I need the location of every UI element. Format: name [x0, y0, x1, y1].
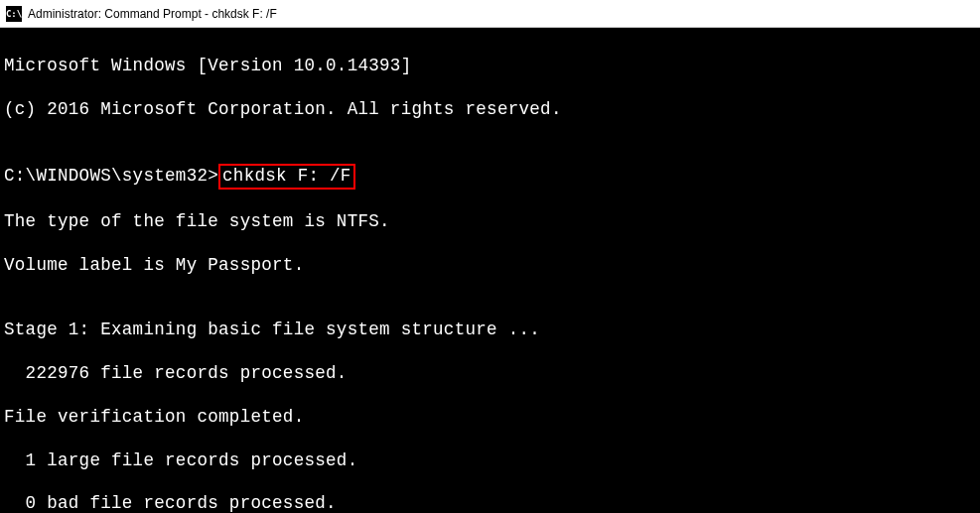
output-line: File verification completed. — [4, 407, 976, 429]
output-line: Stage 1: Examining basic file system str… — [4, 320, 976, 341]
output-line: 0 bad file records processed. — [4, 493, 976, 513]
output-line: The type of the file system is NTFS. — [4, 211, 976, 233]
output-line: Volume label is My Passport. — [4, 255, 976, 277]
cmd-icon: C:\ — [6, 6, 22, 22]
output-line: 1 large file records processed. — [4, 450, 976, 472]
output-line: (c) 2016 Microsoft Corporation. All righ… — [4, 99, 976, 121]
prompt-path: C:\WINDOWS\system32> — [4, 166, 218, 188]
window-title-bar[interactable]: C:\ Administrator: Command Prompt - chkd… — [0, 0, 980, 28]
terminal-output[interactable]: Microsoft Windows [Version 10.0.14393] (… — [0, 28, 980, 513]
window-title: Administrator: Command Prompt - chkdsk F… — [28, 7, 277, 21]
command-highlight: chkdsk F: /F — [218, 164, 355, 190]
output-line: 222976 file records processed. — [4, 363, 976, 385]
prompt-line: C:\WINDOWS\system32>chkdsk F: /F — [4, 164, 976, 190]
output-line: Microsoft Windows [Version 10.0.14393] — [4, 56, 976, 77]
